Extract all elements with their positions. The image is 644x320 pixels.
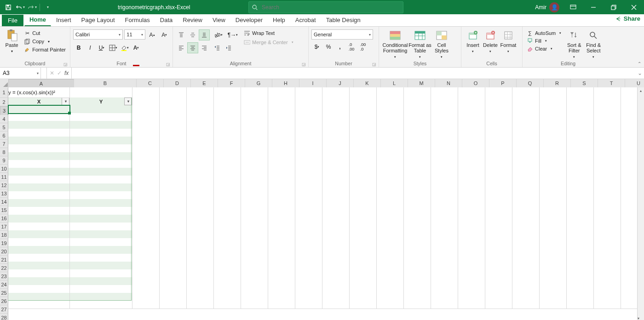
cell[interactable] bbox=[70, 246, 132, 254]
cell[interactable] bbox=[458, 262, 485, 270]
cell[interactable] bbox=[594, 215, 621, 223]
cell[interactable] bbox=[295, 87, 322, 98]
cell[interactable] bbox=[350, 113, 377, 121]
cell[interactable] bbox=[594, 293, 621, 301]
cell[interactable] bbox=[322, 215, 350, 223]
cell[interactable] bbox=[132, 301, 160, 309]
cell[interactable] bbox=[214, 97, 241, 106]
cell[interactable] bbox=[214, 230, 241, 239]
column-header[interactable]: D bbox=[164, 79, 191, 88]
percent-format-button[interactable]: % bbox=[323, 41, 334, 52]
cell[interactable] bbox=[132, 199, 160, 207]
cell[interactable] bbox=[350, 87, 377, 98]
cell[interactable] bbox=[377, 160, 404, 168]
cell[interactable] bbox=[241, 191, 268, 200]
cell[interactable] bbox=[187, 183, 214, 192]
font-name-select[interactable]: Calibri▾ bbox=[73, 29, 123, 40]
cell[interactable] bbox=[404, 160, 431, 168]
cell[interactable] bbox=[540, 199, 567, 207]
cell[interactable] bbox=[458, 285, 485, 293]
fill-color-button[interactable]: ▾ bbox=[119, 42, 130, 53]
cell[interactable] bbox=[70, 144, 132, 153]
italic-button[interactable]: I bbox=[85, 42, 96, 53]
cell[interactable] bbox=[241, 144, 268, 153]
cell[interactable] bbox=[295, 215, 322, 223]
cell[interactable] bbox=[594, 87, 621, 98]
cell[interactable] bbox=[295, 113, 322, 121]
cell[interactable] bbox=[512, 97, 540, 106]
cell[interactable] bbox=[132, 230, 160, 239]
cell[interactable] bbox=[214, 121, 241, 129]
cell[interactable] bbox=[268, 269, 295, 278]
row-header[interactable]: 20 bbox=[0, 247, 8, 256]
cell[interactable] bbox=[594, 254, 621, 262]
cell[interactable] bbox=[350, 277, 377, 286]
cell[interactable] bbox=[404, 207, 431, 215]
cell[interactable] bbox=[594, 168, 621, 176]
cell[interactable] bbox=[322, 301, 350, 309]
cell[interactable] bbox=[268, 230, 295, 239]
cell[interactable] bbox=[70, 215, 132, 223]
cell[interactable] bbox=[540, 183, 567, 192]
tab-help[interactable]: Help bbox=[268, 14, 290, 26]
cell[interactable] bbox=[70, 168, 132, 176]
cell[interactable] bbox=[350, 183, 377, 192]
merge-center-button[interactable]: Merge & Center▾ bbox=[242, 39, 295, 46]
cell[interactable] bbox=[241, 223, 268, 231]
cell[interactable] bbox=[540, 137, 567, 145]
cell[interactable] bbox=[540, 207, 567, 215]
column-header[interactable]: S bbox=[571, 79, 598, 88]
cell[interactable] bbox=[187, 230, 214, 239]
cell[interactable] bbox=[8, 144, 70, 153]
cell[interactable] bbox=[512, 168, 540, 176]
column-header[interactable]: T bbox=[598, 79, 625, 88]
cell[interactable] bbox=[512, 176, 540, 184]
paste-button[interactable]: Paste ▾ bbox=[3, 29, 21, 54]
cell[interactable] bbox=[350, 254, 377, 262]
cell[interactable] bbox=[377, 207, 404, 215]
cell[interactable] bbox=[404, 238, 431, 246]
row-header[interactable]: 24 bbox=[0, 280, 8, 289]
cell[interactable] bbox=[214, 238, 241, 246]
cell[interactable] bbox=[540, 144, 567, 153]
cell[interactable] bbox=[160, 160, 187, 168]
cell[interactable] bbox=[540, 254, 567, 262]
cell[interactable] bbox=[268, 160, 295, 168]
filter-button[interactable]: ▾ bbox=[124, 97, 132, 105]
vertical-scrollbar[interactable]: ▴ ▾ bbox=[637, 87, 644, 320]
cell[interactable] bbox=[512, 262, 540, 270]
cell[interactable] bbox=[431, 183, 458, 192]
cell[interactable] bbox=[485, 113, 512, 121]
cell[interactable] bbox=[8, 254, 70, 262]
cell[interactable] bbox=[70, 191, 132, 200]
row-header[interactable]: 16 bbox=[0, 214, 8, 223]
cell[interactable] bbox=[214, 207, 241, 215]
cell[interactable] bbox=[594, 285, 621, 293]
cell[interactable] bbox=[241, 215, 268, 223]
cell-styles-button[interactable]: Cell Styles▾ bbox=[431, 29, 452, 60]
cell[interactable] bbox=[241, 160, 268, 168]
cell[interactable] bbox=[187, 191, 214, 200]
column-header[interactable]: O bbox=[462, 79, 489, 88]
decrease-decimal-button[interactable]: .00.0 bbox=[357, 41, 368, 52]
cell[interactable] bbox=[485, 191, 512, 200]
cell[interactable] bbox=[431, 230, 458, 239]
cell[interactable] bbox=[377, 285, 404, 293]
cell[interactable] bbox=[404, 168, 431, 176]
tab-review[interactable]: Review bbox=[178, 14, 207, 26]
cell[interactable] bbox=[268, 137, 295, 145]
cell[interactable] bbox=[350, 176, 377, 184]
cell[interactable] bbox=[160, 277, 187, 286]
cell[interactable] bbox=[295, 121, 322, 129]
cell[interactable] bbox=[350, 199, 377, 207]
cell[interactable] bbox=[485, 97, 512, 106]
cell[interactable] bbox=[404, 129, 431, 137]
cell[interactable] bbox=[295, 152, 322, 160]
cell[interactable] bbox=[8, 215, 70, 223]
cell[interactable] bbox=[160, 191, 187, 200]
cell[interactable] bbox=[377, 223, 404, 231]
cell[interactable] bbox=[187, 285, 214, 293]
cell[interactable] bbox=[458, 191, 485, 200]
align-top-button[interactable] bbox=[176, 29, 187, 40]
cell[interactable] bbox=[350, 301, 377, 309]
